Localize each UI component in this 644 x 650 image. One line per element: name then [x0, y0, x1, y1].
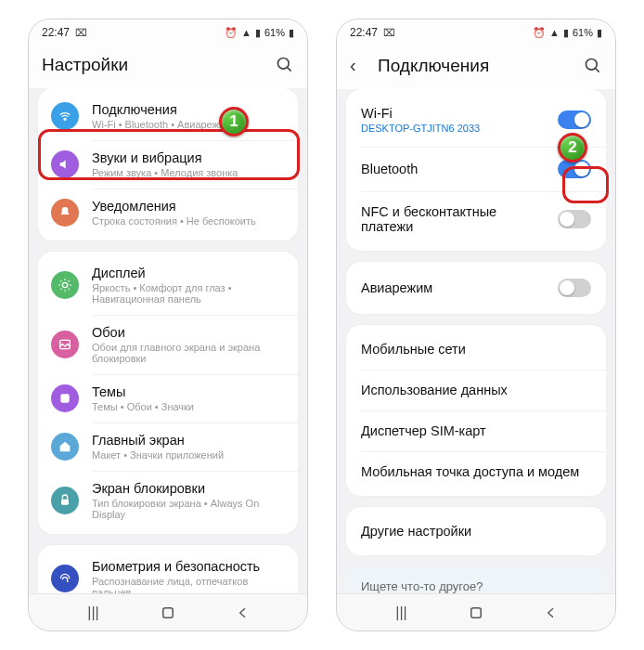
svg-rect-6	[61, 500, 69, 505]
row-title: NFC и бесконтактные платежи	[361, 204, 548, 234]
phone-connections: 22:47 ⌧ ⏰ ▲ ▮ 61% ▮ ‹ Подключения Wi-Fi …	[336, 19, 616, 631]
search-icon[interactable]	[584, 57, 602, 75]
svg-rect-7	[163, 607, 174, 618]
svg-point-2	[64, 118, 66, 120]
row-sim-manager[interactable]: Диспетчер SIM-карт	[346, 410, 606, 451]
row-sub: Обои для главного экрана и экрана блокир…	[92, 342, 285, 364]
signal-icon: ▮	[563, 27, 569, 39]
sound-icon	[51, 150, 79, 178]
nav-back[interactable]	[541, 603, 561, 623]
fingerprint-icon	[51, 565, 79, 592]
status-battery: 61%	[573, 27, 593, 38]
row-display[interactable]: Дисплей Яркость • Комфорт для глаз • Нав…	[38, 255, 298, 315]
phone-settings: 22:47 ⌧ ⏰ ▲ ▮ 61% ▮ Настройки Подключени…	[28, 19, 308, 631]
row-sub: Макет • Значки приложений	[92, 449, 285, 461]
row-sub: Режим звука • Мелодия звонка	[92, 167, 285, 178]
wifi-icon: ▲	[241, 27, 251, 38]
wifi-icon	[51, 102, 79, 130]
battery-icon: ▮	[597, 27, 602, 39]
row-sub: Распознавание лица, отпечатков пальцев	[92, 576, 285, 593]
connections-group-mobile: Мобильные сети Использование данных Дисп…	[346, 325, 606, 496]
row-title: Подключения	[92, 102, 285, 117]
signal-icon: ▮	[255, 27, 261, 39]
row-sub: Яркость • Комфорт для глаз • Навигационн…	[92, 282, 285, 305]
status-bar: 22:47 ⌧ ⏰ ▲ ▮ 61% ▮	[337, 20, 615, 46]
row-wallpaper[interactable]: Обои Обои для главного экрана и экрана б…	[38, 315, 298, 374]
header: ‹ Подключения	[337, 46, 615, 89]
row-sub: Строка состояния • Не беспокоить	[92, 215, 285, 227]
row-title: Биометрия и безопасность	[92, 559, 285, 574]
row-other-settings[interactable]: Другие настройки	[346, 511, 606, 552]
nav-recent[interactable]: |||	[84, 603, 104, 623]
looking-for-card: Ищете что-то другое? Samsung Cloud Локац…	[346, 566, 606, 593]
row-hotspot[interactable]: Мобильная точка доступа и модем	[346, 451, 606, 492]
row-nfc[interactable]: NFC и бесконтактные платежи	[346, 191, 606, 247]
row-title: Экран блокировки	[92, 481, 285, 496]
row-title: Авиарежим	[361, 280, 548, 295]
status-bar: 22:47 ⌧ ⏰ ▲ ▮ 61% ▮	[29, 20, 307, 46]
row-sub: Тип блокировки экрана • Always On Displa…	[92, 498, 285, 520]
svg-line-9	[596, 68, 599, 72]
nav-recent[interactable]: |||	[392, 603, 412, 623]
badge-1: 1	[219, 107, 249, 136]
bluetooth-toggle[interactable]	[558, 160, 591, 178]
row-title: Мобильная точка доступа и модем	[361, 464, 591, 479]
search-icon[interactable]	[276, 56, 294, 74]
row-airplane[interactable]: Авиарежим	[346, 266, 606, 310]
battery-icon: ▮	[289, 27, 294, 39]
wifi-icon: ▲	[549, 27, 560, 38]
row-connections[interactable]: Подключения Wi-Fi • Bluetooth • Авиарежи…	[38, 92, 298, 140]
settings-group-display: Дисплей Яркость • Комфорт для глаз • Нав…	[38, 252, 298, 534]
row-title: Дисплей	[92, 266, 285, 280]
row-notifications[interactable]: Уведомления Строка состояния • Не беспок…	[38, 188, 298, 237]
alarm-icon: ⏰	[533, 27, 546, 39]
svg-point-8	[586, 58, 598, 70]
row-themes[interactable]: Темы Темы • Обои • Значки	[38, 374, 298, 422]
wifi-toggle[interactable]	[558, 110, 591, 129]
row-lockscreen[interactable]: Экран блокировки Тип блокировки экрана •…	[38, 471, 298, 530]
row-title: Wi-Fi	[361, 106, 548, 121]
back-button[interactable]: ‹	[350, 55, 365, 76]
row-sounds[interactable]: Звуки и вибрация Режим звука • Мелодия з…	[38, 140, 298, 188]
row-sub: DESKTOP-GTJITN6 2033	[361, 123, 548, 134]
display-icon	[51, 271, 79, 299]
row-title: Мобильные сети	[361, 342, 591, 357]
row-biometrics[interactable]: Биометрия и безопасность Распознавание л…	[38, 549, 298, 593]
svg-rect-10	[471, 607, 482, 618]
bell-icon	[51, 199, 79, 227]
row-mobile-networks[interactable]: Мобильные сети	[346, 329, 606, 370]
airplane-toggle[interactable]	[558, 279, 591, 297]
row-sub: Wi-Fi • Bluetooth • Авиарежим	[92, 119, 285, 130]
nav-back[interactable]	[233, 603, 253, 623]
row-data-usage[interactable]: Использование данных	[346, 370, 606, 410]
image-icon	[51, 331, 79, 358]
screenshot-icon: ⌧	[75, 27, 87, 39]
nav-bar: |||	[337, 593, 615, 630]
row-title: Bluetooth	[361, 162, 548, 176]
nav-home[interactable]	[466, 603, 486, 623]
footer-question: Ищете что-то другое?	[361, 579, 591, 593]
svg-line-1	[288, 68, 291, 72]
status-time: 22:47	[350, 26, 378, 39]
connections-group-wireless: Wi-Fi DESKTOP-GTJITN6 2033 Bluetooth NFC…	[346, 89, 606, 251]
row-title: Главный экран	[92, 433, 285, 448]
nav-home[interactable]	[158, 603, 178, 623]
svg-rect-5	[60, 394, 69, 402]
nfc-toggle[interactable]	[558, 210, 591, 228]
row-title: Темы	[92, 384, 285, 399]
settings-group-connectivity: Подключения Wi-Fi • Bluetooth • Авиарежи…	[38, 88, 298, 240]
row-sub: Темы • Обои • Значки	[92, 401, 285, 412]
svg-point-3	[62, 282, 67, 287]
palette-icon	[51, 384, 79, 412]
row-title: Диспетчер SIM-карт	[361, 423, 591, 438]
connections-group-airplane: Авиарежим	[346, 262, 606, 314]
row-title: Другие настройки	[361, 524, 591, 539]
row-title: Уведомления	[92, 199, 285, 214]
row-title: Обои	[92, 325, 285, 340]
svg-point-0	[278, 58, 290, 70]
header: Настройки	[29, 46, 307, 88]
row-title: Звуки и вибрация	[92, 150, 285, 165]
nav-bar: |||	[29, 593, 307, 630]
status-battery: 61%	[264, 27, 285, 38]
row-home[interactable]: Главный экран Макет • Значки приложений	[38, 422, 298, 471]
